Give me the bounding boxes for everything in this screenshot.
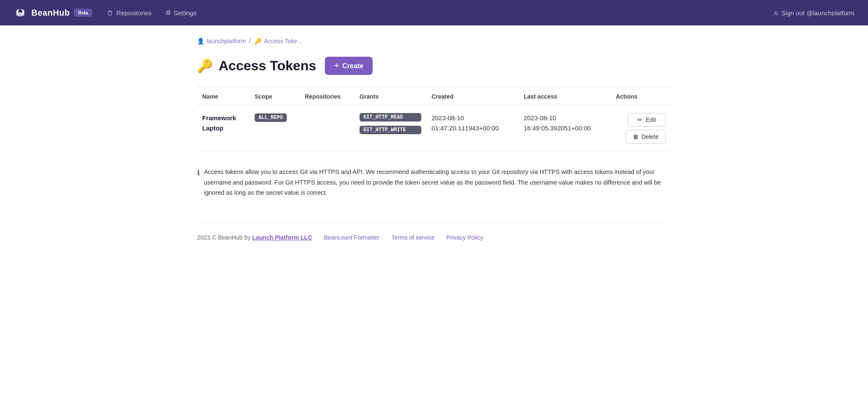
breadcrumb-tokens[interactable]: 🔑 Access Toke...	[254, 38, 302, 44]
main-content: 👤 launchplatform / 🔑 Access Toke... 🔑 Ac…	[180, 25, 688, 266]
footer-company-link[interactable]: Launch Platform LLC	[252, 234, 312, 241]
signout-icon: ⎋	[774, 9, 778, 17]
token-repositories-cell	[300, 105, 355, 152]
trash-icon: 🗑	[633, 133, 639, 140]
breadcrumb-user-label: launchplatform	[207, 38, 246, 44]
signout-link[interactable]: ⎋ Sign out @launchplatform	[774, 9, 854, 17]
token-name: Framework Laptop	[202, 113, 244, 133]
footer-copyright: 2023 © BeanHub by Launch Platform LLC	[197, 234, 312, 241]
edit-icon: ✏	[637, 116, 643, 123]
grant-badge-write: GIT_HTTP_WRITE	[360, 126, 421, 134]
col-grants: Grants	[354, 87, 426, 105]
breadcrumb-user[interactable]: 👤 launchplatform	[197, 38, 246, 44]
info-section: ℹ Access tokens allow you to access Git …	[197, 167, 671, 198]
scope-badge: ALL_REPO	[255, 113, 287, 122]
created-line2: 01:47:20.111943+00:00	[431, 123, 514, 133]
page-title-row: 🔑 Access Tokens + Create	[197, 57, 671, 75]
last-access-line1: 2023-08-10	[524, 113, 606, 123]
header-left: BeanHub Beta 🗒 Repositories ⚙ Settings	[14, 6, 774, 19]
page-title-icon: 🔑	[197, 58, 213, 73]
delete-label: Delete	[642, 133, 659, 140]
logo-text: BeanHub	[31, 8, 70, 18]
token-created-cell: 2023-08-10 01:47:20.111943+00:00	[426, 105, 519, 152]
col-actions: Actions	[611, 87, 671, 105]
col-repositories: Repositories	[300, 87, 355, 105]
token-grants-cell: GIT_HTTP_READ GIT_HTTP_WRITE	[354, 105, 426, 152]
create-button[interactable]: + Create	[325, 57, 373, 75]
grant-badge-read: GIT_HTTP_READ	[360, 113, 421, 121]
breadcrumb-token-label: Access Toke...	[264, 38, 302, 44]
breadcrumb-token-icon: 🔑	[254, 38, 261, 44]
logo-link[interactable]: BeanHub Beta	[14, 6, 92, 19]
tokens-table: Name Scope Repositories Grants Created L…	[197, 87, 671, 152]
col-name: Name	[197, 87, 250, 105]
nav-settings[interactable]: ⚙ Settings	[160, 6, 202, 19]
col-scope: Scope	[250, 87, 300, 105]
settings-icon: ⚙	[165, 9, 171, 17]
table-row: Framework Laptop ALL_REPO GIT_HTTP_READ …	[197, 105, 671, 152]
beanhub-logo-icon	[14, 6, 27, 19]
signout-text: Sign out @launchplatform	[781, 9, 854, 17]
header: BeanHub Beta 🗒 Repositories ⚙ Settings ⎋…	[0, 0, 868, 25]
token-name-cell: Framework Laptop	[197, 105, 250, 152]
created-line1: 2023-08-10	[431, 113, 514, 123]
info-icon: ℹ	[197, 167, 200, 179]
token-actions-cell: ✏ Edit 🗑 Delete	[611, 105, 671, 152]
table-header-row: Name Scope Repositories Grants Created L…	[197, 87, 671, 105]
nav-repositories-label: Repositories	[116, 9, 151, 17]
footer-privacy-link[interactable]: Privacy Policy	[446, 234, 483, 241]
token-name-line1: Framework	[202, 113, 244, 123]
actions-list: ✏ Edit 🗑 Delete	[616, 113, 666, 144]
user-icon: 👤	[197, 38, 204, 44]
create-plus-icon: +	[334, 61, 339, 71]
token-created: 2023-08-10 01:47:20.111943+00:00	[431, 113, 514, 133]
last-access-line2: 16:49:05.392051+00:00	[524, 123, 606, 133]
edit-button[interactable]: ✏ Edit	[628, 113, 666, 127]
edit-label: Edit	[646, 116, 656, 123]
svg-point-2	[16, 12, 25, 17]
footer: 2023 © BeanHub by Launch Platform LLC Be…	[197, 224, 671, 241]
repositories-icon: 🗒	[107, 9, 113, 17]
delete-button[interactable]: 🗑 Delete	[626, 130, 666, 144]
footer-formatter-link[interactable]: Beancount Formatter	[324, 234, 380, 241]
beta-badge: Beta	[74, 9, 92, 17]
token-scope-cell: ALL_REPO	[250, 105, 300, 152]
nav-repositories[interactable]: 🗒 Repositories	[102, 6, 157, 19]
grants-list: GIT_HTTP_READ GIT_HTTP_WRITE	[360, 113, 421, 136]
token-last-access: 2023-08-10 16:49:05.392051+00:00	[524, 113, 606, 133]
info-text: Access tokens allow you to access Git vi…	[204, 167, 671, 198]
breadcrumb: 👤 launchplatform / 🔑 Access Toke...	[197, 37, 671, 45]
page-title-text: Access Tokens	[219, 58, 316, 74]
copyright-text: 2023 © BeanHub by	[197, 234, 250, 241]
token-last-access-cell: 2023-08-10 16:49:05.392051+00:00	[519, 105, 611, 152]
nav-settings-label: Settings	[174, 9, 197, 17]
tokens-table-wrapper: Name Scope Repositories Grants Created L…	[197, 87, 671, 152]
footer-tos-link[interactable]: Terms of service	[391, 234, 434, 241]
main-nav: 🗒 Repositories ⚙ Settings	[102, 6, 202, 19]
page-title: 🔑 Access Tokens	[197, 58, 316, 74]
token-name-line2: Laptop	[202, 123, 244, 133]
breadcrumb-separator: /	[249, 37, 251, 45]
col-created: Created	[426, 87, 519, 105]
col-last-access: Last access	[519, 87, 611, 105]
create-button-label: Create	[342, 62, 363, 70]
